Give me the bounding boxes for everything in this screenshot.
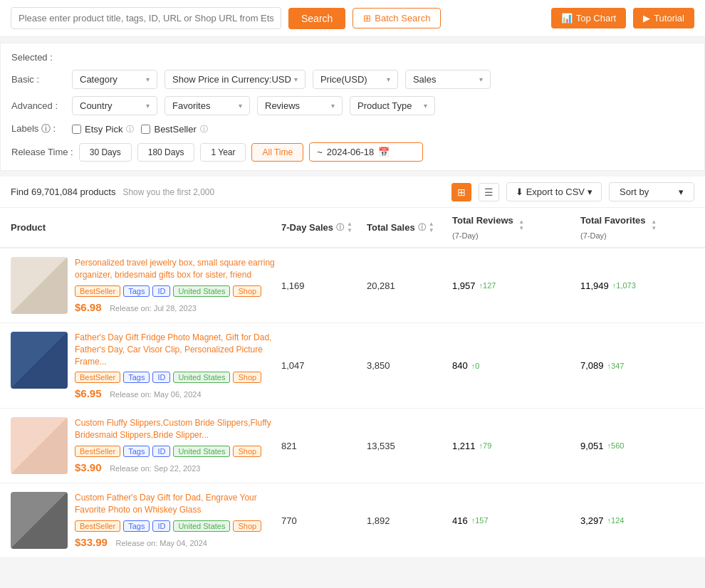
export-icon: ⬇ — [516, 187, 523, 197]
table-header: Product 7-Day Sales ⓘ ▲▼ Total Sales ⓘ ▲… — [0, 208, 705, 248]
sort-by-button[interactable]: Sort by ▾ — [609, 182, 694, 201]
product-tag: United States — [173, 285, 230, 297]
favorites-trend: ↑560 — [607, 441, 625, 450]
date-range-end: 2024-06-18 — [327, 147, 375, 157]
table-row: Personalized travel jewelry box, small s… — [0, 248, 705, 323]
favorites-count: 3,297 — [580, 515, 604, 526]
time-alltime-button[interactable]: All Time — [251, 143, 303, 162]
product-tag: ID — [152, 285, 170, 297]
labels-row: Labels ⓘ : Etsy Pick ⓘ BestSeller ⓘ — [11, 122, 694, 135]
reviews-count: 416 — [452, 515, 468, 526]
total-reviews: 840 ↑0 — [452, 360, 580, 371]
product-thumbnail — [11, 257, 68, 314]
chevron-down-icon: ▾ — [588, 187, 592, 197]
table-row: Custom Father's Day Gift for Dad, Engrav… — [0, 483, 705, 558]
product-thumbnail — [11, 417, 68, 474]
product-price-row: $3.90 Release on: Sep 22, 2023 — [75, 461, 281, 473]
seven-day-sales: 770 — [281, 515, 367, 526]
chevron-down-icon: ▾ — [679, 187, 684, 197]
product-price: $6.95 — [75, 387, 102, 399]
help-icon: ⓘ — [200, 124, 208, 135]
reviews-dropdown[interactable]: Reviews▾ — [257, 96, 343, 115]
product-tag: ID — [152, 520, 170, 532]
favorites-count: 9,051 — [580, 441, 604, 451]
labels-label: Labels ⓘ : — [11, 122, 65, 135]
release-time-label: Release Time : — [11, 147, 73, 157]
etsy-pick-label: Etsy Pick — [85, 124, 122, 135]
table-row: Custom Fluffy Slippers,Custom Bride Slip… — [0, 409, 705, 483]
total-reviews: 1,211 ↑79 — [452, 441, 580, 451]
sort-arrows[interactable]: ▲▼ — [429, 221, 434, 233]
top-chart-button[interactable]: 📊 Top Chart — [551, 8, 626, 28]
etsy-pick-checkbox[interactable]: Etsy Pick ⓘ — [72, 124, 134, 135]
col-product: Product — [11, 222, 281, 233]
export-csv-button[interactable]: ⬇ Export to CSV ▾ — [506, 182, 602, 201]
product-details: Custom Fluffy Slippers,Custom Bride Slip… — [75, 417, 281, 473]
product-release: Release on: May 06, 2024 — [110, 390, 201, 399]
search-input[interactable] — [11, 7, 281, 29]
favorites-trend: ↑347 — [607, 362, 625, 370]
favorites-trend: ↑124 — [607, 516, 625, 525]
product-tag: BestSeller — [75, 446, 120, 457]
product-tag: Shop — [233, 372, 261, 383]
product-thumbnail — [11, 492, 68, 549]
favorites-dropdown[interactable]: Favorites▾ — [164, 96, 250, 115]
product-tag: United States — [173, 446, 230, 457]
chevron-down-icon: ▾ — [331, 102, 335, 110]
time-30days-button[interactable]: 30 Days — [79, 143, 132, 162]
batch-search-icon: ⊞ — [363, 13, 371, 23]
product-tags: BestSellerTagsIDUnited StatesShop — [75, 285, 281, 297]
seven-day-sales: 1,047 — [281, 360, 367, 371]
product-title[interactable]: Personalized travel jewelry box, small s… — [75, 257, 281, 281]
bestseller-checkbox[interactable]: BestSeller ⓘ — [141, 124, 207, 135]
total-reviews: 1,957 ↑127 — [452, 280, 580, 291]
reviews-count: 1,957 — [452, 280, 476, 291]
product-release: Release on: Jul 28, 2023 — [110, 304, 197, 313]
product-title[interactable]: Custom Fluffy Slippers,Custom Bride Slip… — [75, 417, 281, 441]
product-tag: Tags — [123, 372, 150, 383]
list-view-button[interactable]: ☰ — [479, 183, 499, 201]
chevron-down-icon: ▾ — [146, 75, 150, 83]
seven-day-sales: 821 — [281, 441, 367, 451]
currency-dropdown[interactable]: Show Price in Currency:USD▾ — [164, 70, 306, 89]
sales-dropdown[interactable]: Sales▾ — [405, 70, 491, 89]
product-type-dropdown[interactable]: Product Type▾ — [350, 96, 435, 115]
show-count: Show you the first 2,000 — [122, 187, 214, 197]
category-dropdown[interactable]: Category▾ — [72, 70, 157, 89]
reviews-count: 840 — [452, 360, 468, 371]
product-tag: United States — [173, 372, 230, 383]
col-total-sales: Total Sales ⓘ ▲▼ — [367, 221, 452, 233]
batch-search-button[interactable]: ⊞ Batch Search — [352, 8, 441, 28]
reviews-count: 1,211 — [452, 441, 476, 451]
sort-arrows[interactable]: ▲▼ — [651, 219, 657, 231]
time-180days-button[interactable]: 180 Days — [137, 143, 195, 162]
reviews-trend: ↑157 — [471, 516, 489, 525]
product-price: $3.90 — [75, 461, 102, 473]
reviews-trend: ↑127 — [479, 281, 496, 290]
results-bar: Find 69,701,084 products Show you the fi… — [0, 177, 705, 208]
product-price-row: $6.98 Release on: Jul 28, 2023 — [75, 301, 281, 313]
product-tag: BestSeller — [75, 285, 120, 297]
price-dropdown[interactable]: Price(USD)▾ — [313, 70, 398, 89]
product-table: Product 7-Day Sales ⓘ ▲▼ Total Sales ⓘ ▲… — [0, 208, 705, 558]
reviews-trend: ↑0 — [471, 362, 480, 370]
tutorial-button[interactable]: ▶ Tutorial — [633, 8, 694, 28]
product-price: $33.99 — [75, 536, 108, 548]
total-favorites: 7,089 ↑347 — [580, 360, 705, 371]
chevron-down-icon: ▾ — [479, 75, 483, 83]
total-favorites: 3,297 ↑124 — [580, 515, 705, 526]
date-range-picker[interactable]: ~ 2024-06-18 📅 — [309, 142, 423, 162]
product-tag: ID — [152, 372, 170, 383]
country-dropdown[interactable]: Country▾ — [72, 96, 157, 115]
sort-arrows[interactable]: ▲▼ — [518, 219, 524, 231]
product-info: Custom Fluffy Slippers,Custom Bride Slip… — [11, 417, 281, 474]
favorites-count: 11,949 — [580, 280, 609, 291]
product-price-row: $6.95 Release on: May 06, 2024 — [75, 387, 281, 399]
product-tag: Tags — [123, 285, 150, 297]
search-button[interactable]: Search — [288, 8, 345, 29]
product-title[interactable]: Father's Day Gift Fridge Photo Magnet, G… — [75, 332, 281, 367]
time-1year-button[interactable]: 1 Year — [200, 143, 246, 162]
product-title[interactable]: Custom Father's Day Gift for Dad, Engrav… — [75, 492, 281, 516]
grid-view-button[interactable]: ⊞ — [451, 183, 471, 201]
sort-arrows[interactable]: ▲▼ — [347, 221, 352, 233]
